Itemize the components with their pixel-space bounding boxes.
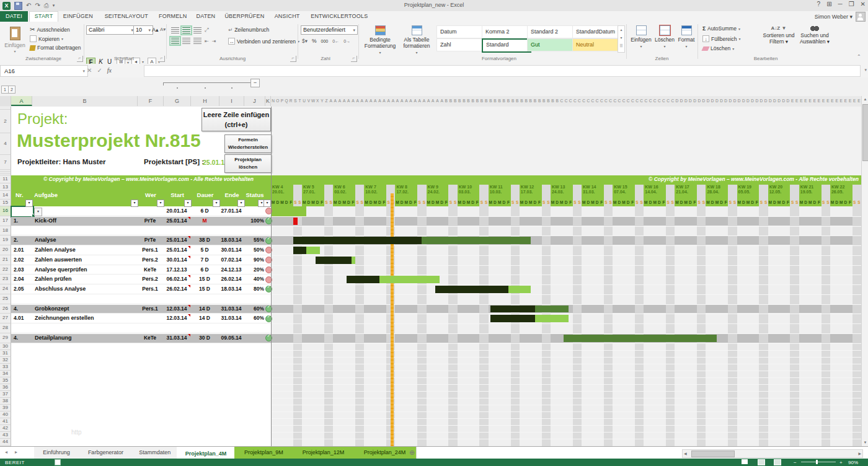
column-header-AR[interactable]: A	[404, 96, 409, 106]
column-header-BY[interactable]: B	[551, 96, 555, 106]
cell-start-row19[interactable]: 25.01.14	[164, 235, 190, 245]
clear-button[interactable]: Löschen▾	[702, 45, 734, 51]
decrease-decimal-icon[interactable]: 0→	[343, 39, 350, 43]
column-header-R[interactable]: R	[289, 96, 293, 106]
column-header-B[interactable]: B	[32, 96, 138, 106]
row-header-18[interactable]: 18	[0, 226, 11, 236]
column-header-AZ[interactable]: A	[440, 96, 444, 106]
cell-percent-row19[interactable]: 55%	[244, 235, 264, 245]
cancel-icon[interactable]: ✕	[87, 65, 92, 76]
column-header-EC[interactable]: E	[799, 96, 804, 106]
column-header-DZ[interactable]: D	[786, 96, 790, 106]
zoom-slider-thumb[interactable]	[816, 460, 818, 464]
cell-task-row20[interactable]: Zahlen Analyse	[32, 245, 139, 255]
cell-duration-row21[interactable]: 7 D	[191, 255, 218, 265]
cell-nr-row24[interactable]: 2.05	[11, 284, 33, 294]
cell-end-row22[interactable]: 24.12.13	[219, 265, 243, 275]
column-header-CY[interactable]: C	[666, 96, 670, 106]
user-avatar[interactable]	[856, 12, 866, 22]
column-header-EA[interactable]: E	[790, 96, 794, 106]
row-header-25[interactable]: 25	[0, 294, 11, 304]
cell-nr-row29[interactable]: 4.	[11, 333, 33, 343]
insert-cells-button[interactable]: Einfügen▾	[631, 25, 651, 48]
column-header-G[interactable]: G	[164, 96, 191, 106]
format-as-table-button[interactable]: Als Tabelle formatieren▾	[400, 25, 433, 55]
zoom-slider[interactable]	[801, 462, 836, 462]
cell-task-row16[interactable]	[32, 206, 139, 216]
font-family-select[interactable]: Calibri▾	[86, 25, 136, 35]
row-header-33[interactable]: 33	[0, 364, 11, 371]
format-cells-button[interactable]: Format▾	[677, 25, 696, 48]
column-header-BQ[interactable]: B	[515, 96, 520, 106]
column-header-BF[interactable]: B	[466, 96, 471, 106]
column-header-Z[interactable]: Z	[324, 96, 329, 106]
column-header-BZ[interactable]: B	[555, 96, 559, 106]
cell-start-row17[interactable]: 25.01.14	[164, 216, 190, 226]
column-header-DY[interactable]: D	[781, 96, 786, 106]
row-header-22[interactable]: 22	[0, 265, 11, 275]
ribbon-tab-formeln[interactable]: FORMELN	[155, 11, 190, 22]
cell-percent-row20[interactable]: 50%	[244, 245, 264, 255]
column-header-AG[interactable]: A	[355, 96, 360, 106]
number-dialog-launcher[interactable]: ⌐	[351, 56, 357, 62]
column-header-AV[interactable]: A	[422, 96, 426, 106]
column-header-AT[interactable]: A	[413, 96, 417, 106]
column-header-S[interactable]: S	[293, 96, 298, 106]
cell-duration-row17[interactable]: M	[191, 216, 218, 226]
column-header-DT[interactable]: D	[759, 96, 763, 106]
cell-duration-row22[interactable]: 6 D	[191, 265, 218, 275]
column-header-BD[interactable]: B	[458, 96, 462, 106]
align-middle-icon[interactable]	[182, 27, 190, 33]
column-header-J[interactable]: J	[244, 96, 265, 106]
cell-percent-row24[interactable]: 80%	[244, 284, 264, 294]
cell-style-standard-2[interactable]: Standard 2	[527, 25, 575, 38]
scroll-down-icon[interactable]: ▼	[862, 439, 868, 446]
cell-who-row29[interactable]: KeTe	[138, 333, 162, 343]
cell-who-row17[interactable]: PrTe	[138, 216, 162, 226]
cell-duration-row27[interactable]: 14 D	[191, 314, 218, 323]
cell-who-row22[interactable]: KeTe	[138, 265, 162, 275]
column-header-CI[interactable]: C	[595, 96, 600, 106]
row-header-13[interactable]: 13	[0, 183, 11, 191]
column-header-EI[interactable]: E	[826, 96, 830, 106]
normal-view-icon[interactable]	[742, 459, 748, 464]
column-header-DQ[interactable]: D	[746, 96, 750, 106]
column-header-CK[interactable]: C	[604, 96, 608, 106]
ribbon-tab-daten[interactable]: DATEN	[192, 11, 219, 22]
column-header-AA[interactable]: A	[329, 96, 333, 106]
column-header-P[interactable]: P	[280, 96, 284, 106]
column-header-DG[interactable]: D	[701, 96, 706, 106]
cell-who-row16[interactable]	[138, 206, 162, 216]
align-bottom-icon[interactable]	[193, 27, 202, 33]
row-header-20[interactable]: 20	[0, 245, 11, 255]
close-button[interactable]: ✕	[861, 1, 866, 7]
scroll-up-icon[interactable]: ▲	[862, 96, 868, 103]
column-header-N[interactable]: N	[271, 96, 275, 106]
formula-input[interactable]	[144, 65, 861, 77]
cell-task-row24[interactable]: Abschluss Analyse	[32, 284, 139, 294]
column-header-EL[interactable]: E	[839, 96, 843, 106]
decrease-indent-icon[interactable]: ⇤	[205, 38, 209, 44]
column-header-BG[interactable]: B	[471, 96, 475, 106]
conditional-formatting-button[interactable]: Bedingte Formatierung▾	[363, 25, 397, 55]
column-header-CP[interactable]: C	[626, 96, 631, 106]
cell-nr-row17[interactable]: 1.	[11, 216, 33, 226]
column-header-DO[interactable]: D	[737, 96, 742, 106]
column-header-BH[interactable]: B	[475, 96, 479, 106]
column-header-X[interactable]: X	[316, 96, 320, 106]
column-header-AO[interactable]: A	[391, 96, 395, 106]
column-header-AC[interactable]: A	[337, 96, 342, 106]
column-header-CU[interactable]: C	[648, 96, 652, 106]
column-header-BM[interactable]: B	[497, 96, 502, 106]
column-header-AS[interactable]: A	[409, 96, 413, 106]
formula-bar-expand-icon[interactable]: ▾	[864, 68, 867, 73]
column-header-T[interactable]: T	[298, 96, 302, 106]
column-header-DC[interactable]: D	[684, 96, 688, 106]
column-header-DM[interactable]: D	[728, 96, 732, 106]
styles-gallery-scrollbar[interactable]: ▴▾☰	[618, 25, 625, 53]
clipboard-dialog-launcher[interactable]: ⌐	[77, 56, 83, 62]
find-select-button[interactable]: Suchen und Auswählen ▾	[799, 25, 831, 45]
orientation-icon[interactable]: ⤢	[205, 27, 209, 33]
column-header-DD[interactable]: D	[688, 96, 693, 106]
collapse-group-button[interactable]: −	[250, 79, 260, 87]
